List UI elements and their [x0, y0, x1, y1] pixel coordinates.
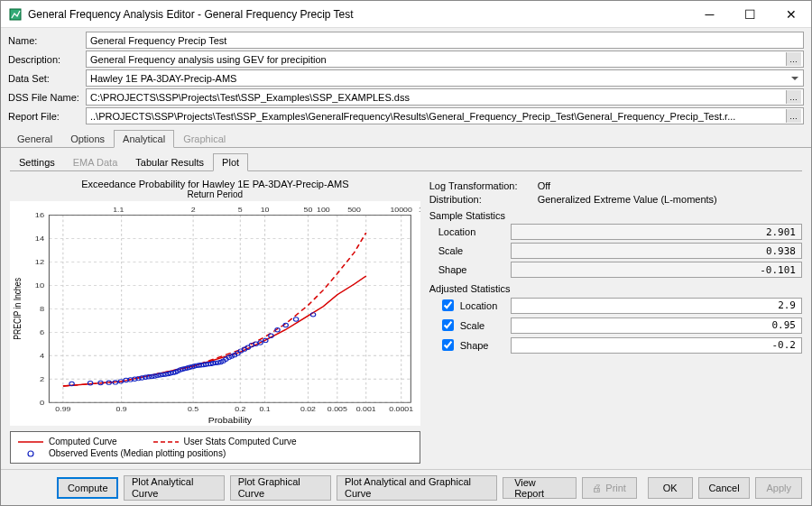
logt-label: Log Transformation: — [429, 180, 538, 191]
sample-location-label: Location — [438, 226, 511, 237]
subtab-plot[interactable]: Plot — [213, 153, 248, 171]
plot-both-button[interactable]: Plot Analytical and Graphical Curve — [337, 475, 497, 501]
titlebar: General Frequency Analysis Editor - Gene… — [1, 1, 811, 28]
dataset-select[interactable]: Hawley 1E PA-3DAY-Precip-AMS — [86, 69, 804, 87]
sample-scale-label: Scale — [438, 245, 511, 256]
adj-shape-check[interactable] — [442, 339, 454, 351]
print-icon: 🖨 — [592, 483, 602, 493]
legend-user: User Stats Computed Curve — [184, 437, 297, 446]
ok-button[interactable]: OK — [648, 477, 693, 499]
window-title: General Frequency Analysis Editor - Gene… — [28, 8, 689, 21]
chart-area[interactable]: 02468101214160.990.90.50.20.10.020.0050.… — [10, 201, 420, 426]
chart-legend: Computed Curve User Stats Computed Curve… — [10, 431, 420, 464]
description-field[interactable]: General Frequency analysis using GEV for… — [86, 51, 804, 68]
legend-computed: Computed Curve — [49, 437, 117, 446]
apply-button: Apply — [755, 477, 802, 499]
tab-content: Settings EMA Data Tabular Results Plot E… — [1, 148, 811, 469]
main-tabstrip: General Options Analytical Graphical — [1, 130, 811, 148]
sample-shape-field — [511, 262, 802, 278]
adj-location-check[interactable] — [442, 299, 454, 311]
name-label: Name: — [8, 35, 86, 46]
dist-value: Generalized Extreme Value (L-moments) — [538, 194, 717, 205]
subtab-tabular[interactable]: Tabular Results — [126, 153, 213, 171]
maximize-button[interactable]: ☐ — [730, 1, 770, 27]
svg-text:0: 0 — [40, 399, 44, 407]
svg-text:0.2: 0.2 — [235, 405, 246, 412]
adj-scale-check[interactable] — [442, 319, 454, 331]
dataset-label: Data Set: — [8, 73, 86, 84]
svg-text:1.1: 1.1 — [113, 207, 125, 214]
sample-location-field — [511, 224, 802, 240]
svg-text:0.02: 0.02 — [300, 405, 317, 412]
chart-title: Exceedance Probability for Hawley 1E PA-… — [10, 179, 420, 189]
reportfile-field[interactable]: ..\PROJECTS\SSP\Projects\Test\SSP_Exampl… — [86, 107, 804, 124]
svg-text:0.9: 0.9 — [116, 405, 128, 412]
adjusted-stats-title: Adjusted Statistics — [429, 283, 802, 294]
svg-text:50: 50 — [304, 207, 313, 214]
svg-text:PRECIP in Inches: PRECIP in Inches — [13, 278, 23, 340]
minimize-button[interactable]: ­─ — [689, 1, 730, 27]
chart-subtitle: Return Period — [10, 189, 420, 199]
dssfile-label: DSS File Name: — [8, 92, 86, 103]
adj-shape-field[interactable] — [511, 337, 802, 354]
svg-text:0.5: 0.5 — [188, 405, 199, 412]
reportfile-label: Report File: — [8, 111, 86, 122]
svg-text:5: 5 — [238, 207, 243, 214]
adj-scale-label: Scale — [460, 320, 485, 331]
svg-text:2: 2 — [191, 207, 196, 214]
subtab-emadata: EMA Data — [64, 153, 127, 171]
svg-text:0.005: 0.005 — [328, 405, 348, 412]
description-browse-icon[interactable]: … — [786, 52, 801, 66]
legend-observed: Observed Events (Median plotting positio… — [49, 448, 226, 458]
svg-text:0.1: 0.1 — [259, 405, 271, 412]
form-area: Name: General Frequency Precip Test Desc… — [1, 28, 811, 128]
svg-text:16: 16 — [35, 211, 45, 219]
cancel-button[interactable]: Cancel — [698, 477, 751, 499]
svg-text:10: 10 — [35, 281, 45, 290]
svg-text:12: 12 — [35, 258, 45, 266]
svg-text:100: 100 — [317, 207, 330, 214]
adj-scale-field[interactable] — [511, 317, 802, 334]
tab-graphical: Graphical — [174, 130, 235, 148]
svg-text:10: 10 — [261, 207, 270, 214]
compute-button[interactable]: Compute — [57, 477, 117, 499]
dist-label: Distribution: — [429, 194, 538, 205]
svg-text:0.001: 0.001 — [356, 405, 377, 412]
sample-scale-field — [511, 243, 802, 259]
print-button: 🖨Print — [582, 477, 637, 499]
bottom-toolbar: Compute Plot Analytical Curve Plot Graph… — [1, 469, 811, 505]
svg-text:14: 14 — [35, 235, 45, 243]
name-field[interactable]: General Frequency Precip Test — [86, 32, 804, 49]
tab-general[interactable]: General — [8, 130, 61, 148]
description-label: Description: — [8, 54, 86, 65]
app-icon — [8, 7, 23, 22]
svg-point-111 — [28, 451, 33, 456]
plot-graphical-button[interactable]: Plot Graphical Curve — [230, 475, 331, 501]
app-window: General Frequency Analysis Editor - Gene… — [0, 0, 812, 506]
svg-text:Probability: Probability — [208, 415, 253, 424]
svg-text:500: 500 — [347, 207, 361, 214]
sub-tabstrip: Settings EMA Data Tabular Results Plot — [10, 153, 802, 171]
plot-analytical-button[interactable]: Plot Analytical Curve — [124, 475, 225, 501]
logt-value: Off — [538, 180, 550, 191]
adj-location-field[interactable] — [511, 298, 802, 314]
view-report-button[interactable]: View Report — [503, 477, 576, 499]
svg-text:100000: 100000 — [419, 207, 420, 214]
tab-options[interactable]: Options — [61, 130, 114, 148]
svg-text:2: 2 — [40, 375, 44, 383]
svg-text:0.99: 0.99 — [55, 405, 71, 412]
reportfile-browse-icon[interactable]: … — [786, 109, 801, 123]
adj-location-label: Location — [460, 300, 498, 311]
svg-text:6: 6 — [40, 328, 44, 336]
subtab-settings[interactable]: Settings — [10, 153, 64, 171]
sample-stats-title: Sample Statistics — [429, 210, 802, 221]
dssfile-field[interactable]: C:\PROJECTS\SSP\Projects\Test\SSP_Exampl… — [86, 88, 804, 106]
close-button[interactable]: ✕ — [770, 1, 811, 27]
tab-analytical[interactable]: Analytical — [114, 130, 174, 148]
stats-panel: Log Transformation:Off Distribution:Gene… — [429, 177, 802, 464]
svg-point-107 — [293, 317, 298, 321]
svg-text:0.0001: 0.0001 — [389, 405, 413, 412]
svg-text:10000: 10000 — [391, 207, 413, 214]
svg-text:8: 8 — [40, 305, 44, 313]
dssfile-browse-icon[interactable]: … — [786, 90, 801, 104]
